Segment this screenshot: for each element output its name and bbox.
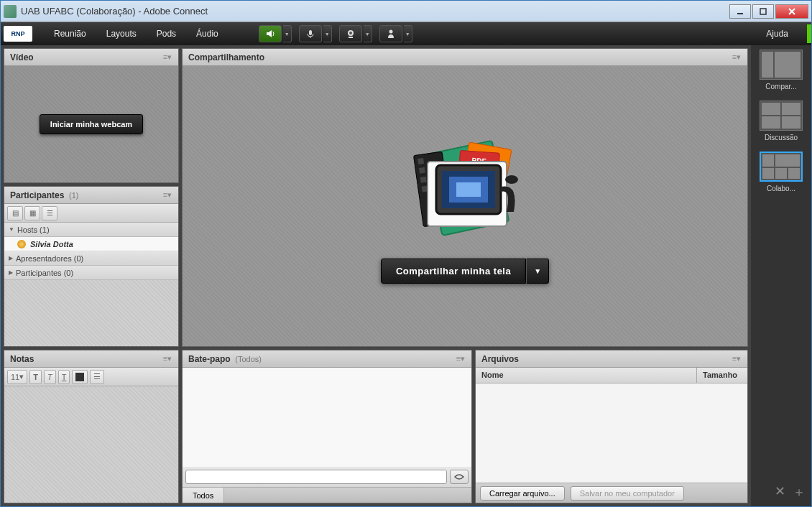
upload-file-button[interactable]: Carregar arquivo... — [480, 486, 565, 501]
participants-pod: Participantes (1) ≡▾ ▤ ▦ ☰ ▼Hosts (1) Si… — [4, 186, 179, 347]
menu-audio[interactable]: Áudio — [186, 29, 229, 39]
chat-input[interactable] — [185, 470, 447, 484]
notes-body[interactable] — [4, 386, 178, 503]
share-graphic-icon: PPT PDF — [393, 129, 537, 244]
participants-pod-title: Participantes (1) — [10, 190, 162, 200]
share-pod-body: PPT PDF — [183, 66, 747, 346]
chat-pod-header: Bate-papo (Todos) ≡▾ — [183, 350, 471, 368]
logo-rnp[interactable]: RNP — [4, 26, 32, 42]
video-pod-body: Iniciar minha webcam — [4, 66, 178, 182]
share-pod: Compartilhamento ≡▾ PPT PDF — [182, 48, 748, 347]
layout-sharing-label: Compar... — [765, 83, 796, 90]
titlebar: UAB UFABC (Colaboração) - Adobe Connect — [1, 1, 811, 22]
participants-pod-menu-icon[interactable]: ≡▾ — [162, 190, 172, 200]
speaker-icon[interactable] — [259, 25, 282, 42]
notes-fontsize[interactable]: 11 ▾ — [7, 370, 27, 384]
layout-discussion[interactable] — [760, 101, 803, 131]
participants-toolbar: ▤ ▦ ☰ — [4, 204, 178, 223]
close-button[interactable] — [775, 4, 808, 19]
save-file-button: Salvar no meu computador — [571, 486, 684, 501]
layout-discussion-label: Discussão — [765, 134, 798, 141]
share-pod-menu-icon[interactable]: ≡▾ — [732, 52, 742, 62]
svg-rect-14 — [419, 167, 425, 173]
host-user-icon — [17, 240, 26, 248]
svg-rect-15 — [420, 176, 427, 182]
participants-view1-icon[interactable]: ▤ — [7, 206, 23, 220]
chat-tab-all[interactable]: Todos — [183, 488, 224, 503]
chat-input-row — [183, 467, 471, 487]
italic-icon[interactable]: T — [44, 370, 56, 384]
participants-view3-icon[interactable]: ☰ — [42, 206, 57, 220]
participants-view2-icon[interactable]: ▦ — [24, 206, 40, 220]
share-pod-title: Compartilhamento — [188, 52, 732, 62]
participant-user[interactable]: Silvia Dotta — [4, 237, 178, 251]
files-col-size[interactable]: Tamanho — [697, 368, 747, 383]
window-controls — [729, 4, 808, 19]
raise-hand-icon[interactable] — [379, 25, 402, 42]
app-window: UAB UFABC (Colaboração) - Adobe Connect … — [0, 0, 812, 507]
video-pod-menu-icon[interactable]: ≡▾ — [162, 52, 172, 62]
video-pod-title: Vídeo — [10, 52, 162, 62]
svg-point-22 — [505, 175, 518, 184]
webcam-dropdown[interactable]: ▼ — [364, 25, 372, 42]
window-title: UAB UFABC (Colaboração) - Adobe Connect — [21, 6, 729, 17]
underline-icon[interactable]: T — [58, 370, 70, 384]
files-pod-title: Arquivos — [481, 354, 732, 364]
microphone-dropdown[interactable]: ▼ — [323, 25, 332, 42]
share-screen-dropdown[interactable]: ▼ — [526, 259, 549, 284]
participants-list: ▼Hosts (1) Silvia Dotta ▶Apresentadores … — [4, 223, 178, 346]
bold-icon[interactable]: T — [29, 370, 42, 384]
layout-tools-icon[interactable]: ✕ — [775, 483, 785, 501]
presenters-group[interactable]: ▶Apresentadores (0) — [4, 251, 178, 266]
menu-reuniao[interactable]: Reunião — [44, 29, 96, 39]
notes-pod-title: Notas — [10, 354, 162, 364]
participants-group[interactable]: ▶Participantes (0) — [4, 266, 178, 280]
video-pod-header: Vídeo ≡▾ — [4, 49, 178, 66]
share-screen-button[interactable]: Compartilhar minha tela — [381, 259, 526, 284]
layout-collaboration-label: Colabo... — [767, 185, 795, 192]
chat-pod: Bate-papo (Todos) ≡▾ Todos — [182, 350, 472, 503]
main-area: Vídeo ≡▾ Iniciar minha webcam Participan… — [1, 45, 751, 506]
layout-collaboration[interactable] — [760, 152, 803, 182]
notes-pod-menu-icon[interactable]: ≡▾ — [162, 354, 172, 364]
maximize-button[interactable] — [752, 4, 774, 19]
speaker-dropdown[interactable]: ▼ — [283, 25, 292, 42]
minimize-button[interactable] — [729, 4, 751, 19]
raise-hand-dropdown[interactable]: ▼ — [404, 25, 412, 42]
files-list — [476, 383, 747, 483]
chat-pod-menu-icon[interactable]: ≡▾ — [456, 354, 466, 364]
chat-messages — [183, 368, 471, 467]
start-webcam-button[interactable]: Iniciar minha webcam — [40, 114, 143, 134]
webcam-icon[interactable] — [339, 25, 362, 42]
svg-rect-2 — [309, 30, 312, 35]
menu-help[interactable]: Ajuda — [756, 29, 798, 39]
files-pod: Arquivos ≡▾ Nome Tamanho Carregar arquiv… — [475, 350, 748, 503]
svg-rect-21 — [456, 182, 481, 197]
layout-add-icon[interactable]: ＋ — [793, 483, 806, 501]
color-icon[interactable] — [72, 370, 88, 384]
files-col-name[interactable]: Nome — [476, 368, 697, 383]
layout-sharing[interactable] — [760, 50, 803, 80]
hosts-group[interactable]: ▼Hosts (1) — [4, 223, 178, 237]
workspace: Vídeo ≡▾ Iniciar minha webcam Participan… — [1, 45, 811, 506]
svg-rect-5 — [349, 37, 353, 38]
layouts-sidebar: Compar... Discussão Colabo... ✕ ＋ — [751, 45, 811, 506]
files-table-header: Nome Tamanho — [476, 368, 747, 383]
svg-rect-13 — [417, 157, 424, 164]
chat-pod-title: Bate-papo (Todos) — [188, 354, 456, 364]
svg-rect-1 — [760, 9, 766, 14]
chat-send-icon[interactable] — [450, 470, 469, 484]
files-footer: Carregar arquivo... Salvar no meu comput… — [476, 483, 747, 503]
svg-rect-0 — [737, 13, 743, 14]
bullets-icon[interactable]: ☰ — [90, 370, 104, 384]
menu-pods[interactable]: Pods — [147, 29, 186, 39]
microphone-icon[interactable] — [299, 25, 322, 42]
files-pod-menu-icon[interactable]: ≡▾ — [732, 354, 742, 364]
menu-layouts[interactable]: Layouts — [96, 29, 147, 39]
files-pod-header: Arquivos ≡▾ — [476, 350, 747, 368]
connection-status-icon[interactable] — [807, 24, 811, 43]
svg-point-4 — [349, 32, 352, 34]
share-pod-header: Compartilhamento ≡▾ — [183, 49, 747, 66]
app-icon — [4, 5, 17, 18]
svg-point-6 — [389, 30, 392, 34]
